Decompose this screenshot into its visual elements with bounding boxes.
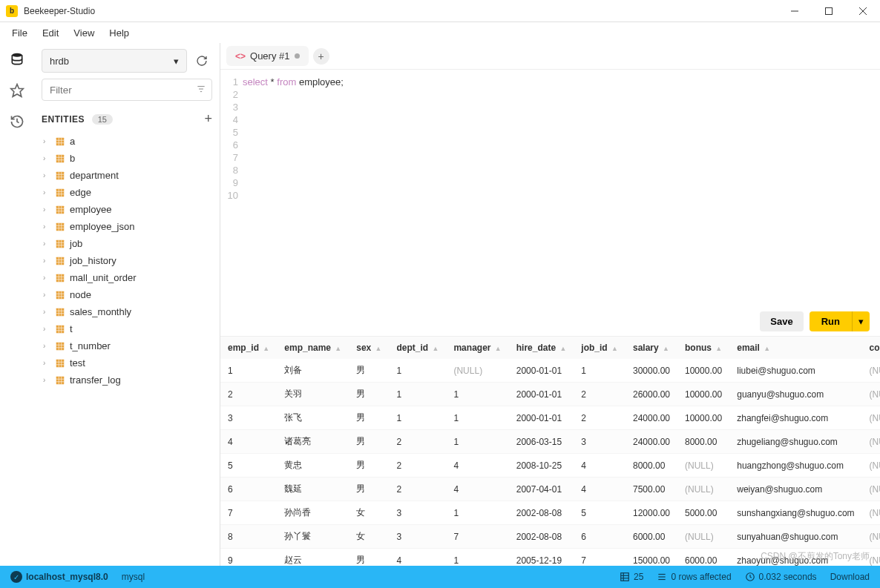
- cell[interactable]: 5: [574, 501, 625, 525]
- cell[interactable]: 1: [446, 501, 508, 525]
- column-header[interactable]: dept_id ▲: [390, 337, 447, 359]
- column-header[interactable]: manager ▲: [446, 337, 508, 359]
- cell[interactable]: 2: [390, 430, 447, 454]
- cell[interactable]: 男: [349, 383, 389, 406]
- entity-item[interactable]: ›t_number: [42, 337, 212, 354]
- cell[interactable]: 1: [446, 549, 508, 566]
- cell[interactable]: zhugeliang@shuguo.com: [729, 430, 861, 454]
- column-header[interactable]: email ▲: [729, 337, 861, 359]
- column-header[interactable]: emp_name ▲: [277, 337, 349, 359]
- cell[interactable]: (NUI: [862, 525, 880, 549]
- cell[interactable]: 30000.00: [625, 359, 677, 383]
- column-header[interactable]: emp_id ▲: [220, 337, 277, 359]
- table-row[interactable]: 7孙尚香女312002-08-08512000.005000.00sunshan…: [220, 501, 880, 525]
- entity-item[interactable]: ›a: [42, 133, 212, 150]
- cell[interactable]: 2: [390, 478, 447, 501]
- cell[interactable]: 2008-10-25: [509, 454, 574, 478]
- entity-item[interactable]: ›mall_unit_order: [42, 269, 212, 286]
- cell[interactable]: 5000.00: [677, 501, 729, 525]
- run-button[interactable]: Run: [810, 311, 852, 331]
- tab-query1[interactable]: <> Query #1: [226, 46, 309, 66]
- results-panel[interactable]: emp_id ▲emp_name ▲sex ▲dept_id ▲manager …: [220, 336, 880, 566]
- cell[interactable]: 1: [390, 406, 447, 430]
- cell[interactable]: 4: [446, 454, 508, 478]
- column-header[interactable]: job_id ▲: [574, 337, 625, 359]
- add-entity-button[interactable]: +: [204, 111, 212, 127]
- cell[interactable]: guanyu@shuguo.com: [729, 383, 861, 406]
- cell[interactable]: 2000-01-01: [509, 359, 574, 383]
- cell[interactable]: huangzhong@shuguo.com: [729, 454, 861, 478]
- entity-item[interactable]: ›edge: [42, 184, 212, 201]
- cell[interactable]: 魏延: [277, 478, 349, 501]
- cell[interactable]: 1: [446, 383, 508, 406]
- cell[interactable]: 5: [220, 454, 277, 478]
- column-header[interactable]: commen ▲: [862, 337, 880, 359]
- cell[interactable]: 6: [220, 478, 277, 501]
- cell[interactable]: 孙尚香: [277, 501, 349, 525]
- cell[interactable]: (NUI: [862, 478, 880, 501]
- cell[interactable]: 3: [390, 501, 447, 525]
- cell[interactable]: 男: [349, 406, 389, 430]
- cell[interactable]: (NUI: [862, 359, 880, 383]
- cell[interactable]: 4: [220, 430, 277, 454]
- cell[interactable]: 24000.00: [625, 430, 677, 454]
- cell[interactable]: 7: [220, 501, 277, 525]
- cell[interactable]: 男: [349, 549, 389, 566]
- cell[interactable]: liubei@shuguo.com: [729, 359, 861, 383]
- table-row[interactable]: 6魏延男242007-04-0147500.00(NULL)weiyan@shu…: [220, 478, 880, 501]
- cell[interactable]: 1: [574, 359, 625, 383]
- cell[interactable]: 1: [446, 430, 508, 454]
- table-row[interactable]: 4诸葛亮男212006-03-15324000.008000.00zhugeli…: [220, 430, 880, 454]
- run-dropdown-button[interactable]: ▾: [852, 311, 870, 331]
- cell[interactable]: 3: [574, 430, 625, 454]
- cell[interactable]: 9: [220, 549, 277, 566]
- cell[interactable]: 赵云: [277, 549, 349, 566]
- cell[interactable]: 8000.00: [625, 454, 677, 478]
- cell[interactable]: 2000-01-01: [509, 383, 574, 406]
- filter-input[interactable]: [42, 79, 212, 101]
- menu-help[interactable]: Help: [103, 24, 135, 42]
- cell[interactable]: 诸葛亮: [277, 430, 349, 454]
- table-row[interactable]: 1刘备男1(NULL)2000-01-01130000.0010000.00li…: [220, 359, 880, 383]
- cell[interactable]: 2: [574, 406, 625, 430]
- cell[interactable]: 12000.00: [625, 501, 677, 525]
- sql-editor[interactable]: 12345678910 select * from employee;: [220, 70, 880, 307]
- column-header[interactable]: hire_date ▲: [509, 337, 574, 359]
- entity-item[interactable]: ›test: [42, 354, 212, 371]
- cell[interactable]: 1: [390, 359, 447, 383]
- cell[interactable]: 2: [220, 383, 277, 406]
- cell[interactable]: 7: [446, 525, 508, 549]
- cell[interactable]: (NUI: [862, 383, 880, 406]
- cell[interactable]: (NULL): [677, 454, 729, 478]
- cell[interactable]: 男: [349, 454, 389, 478]
- cell[interactable]: 4: [390, 549, 447, 566]
- cell[interactable]: 2005-12-19: [509, 549, 574, 566]
- cell[interactable]: 1: [390, 383, 447, 406]
- entity-item[interactable]: ›department: [42, 167, 212, 184]
- database-select[interactable]: hrdb ▾: [42, 49, 187, 73]
- cell[interactable]: 2007-04-01: [509, 478, 574, 501]
- entity-item[interactable]: ›sales_monthly: [42, 303, 212, 320]
- cell[interactable]: 2002-08-08: [509, 525, 574, 549]
- close-button[interactable]: [846, 0, 880, 22]
- cell[interactable]: (NULL): [677, 478, 729, 501]
- cell[interactable]: 7: [574, 549, 625, 566]
- cell[interactable]: 张飞: [277, 406, 349, 430]
- cell[interactable]: 女: [349, 501, 389, 525]
- cell[interactable]: 6000.00: [625, 525, 677, 549]
- entity-item[interactable]: ›job: [42, 235, 212, 252]
- cell[interactable]: sunshangxiang@shuguo.com: [729, 501, 861, 525]
- cell[interactable]: 3: [390, 525, 447, 549]
- cell[interactable]: 8: [220, 525, 277, 549]
- cell[interactable]: (NUI: [862, 406, 880, 430]
- cell[interactable]: 3: [220, 406, 277, 430]
- column-header[interactable]: bonus ▲: [677, 337, 729, 359]
- cell[interactable]: 男: [349, 478, 389, 501]
- cell[interactable]: 6000.00: [677, 549, 729, 566]
- column-header[interactable]: salary ▲: [625, 337, 677, 359]
- table-row[interactable]: 8孙丫鬟女372002-08-0866000.00(NULL)sunyahuan…: [220, 525, 880, 549]
- cell[interactable]: (NUI: [862, 454, 880, 478]
- cell[interactable]: (NULL): [446, 359, 508, 383]
- entity-item[interactable]: ›job_history: [42, 252, 212, 269]
- menu-file[interactable]: File: [6, 24, 33, 42]
